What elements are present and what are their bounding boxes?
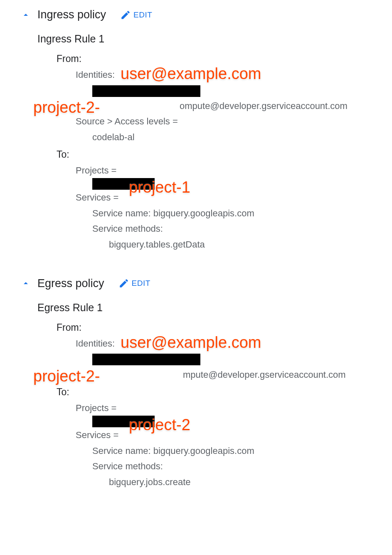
access-level-value: codelab-al — [37, 129, 375, 145]
to-label: To: — [37, 387, 375, 398]
services-label: Services = — [37, 190, 375, 205]
identities-label: Identities: — [76, 336, 115, 351]
ingress-rule-block: Ingress Rule 1 From: Identities: user@ex… — [17, 33, 375, 252]
pencil-icon — [120, 10, 131, 20]
identities-row: Identities: user@example.com — [37, 67, 375, 82]
edit-label: EDIT — [132, 279, 150, 288]
ingress-edit-button[interactable]: EDIT — [120, 10, 152, 20]
redacted-project-row: project-2 — [37, 416, 375, 427]
egress-edit-button[interactable]: EDIT — [118, 278, 150, 289]
services-label: Services = — [37, 427, 375, 443]
identities-row: Identities: user@example.com — [37, 336, 375, 351]
sa-suffix: mpute@developer.gserviceaccount.com — [183, 367, 346, 382]
source-access-label: Source > Access levels = — [37, 114, 375, 129]
service-name-row: Service name: bigquery.googleapis.com — [37, 443, 375, 458]
service-name-row: Service name: bigquery.googleapis.com — [37, 206, 375, 221]
redacted-identity-1 — [37, 82, 375, 98]
service-account-line: project-2- ompute@developer.gserviceacco… — [37, 98, 375, 114]
chevron-up-icon[interactable] — [21, 278, 31, 288]
identities-label: Identities: — [76, 67, 115, 82]
egress-rule-block: Egress Rule 1 From: Identities: user@exa… — [17, 302, 375, 490]
redacted-project-row: project-1 — [37, 178, 375, 190]
service-account-line: project-2- mpute@developer.gserviceaccou… — [37, 367, 375, 382]
egress-rule-title: Egress Rule 1 — [37, 302, 375, 314]
annotation-project2dash: project-2- — [33, 363, 100, 390]
service-method-value: bigquery.jobs.create — [37, 474, 375, 490]
projects-label: Projects = — [37, 400, 375, 416]
egress-policy-header[interactable]: Egress policy EDIT — [17, 277, 375, 290]
sa-suffix: ompute@developer.gserviceaccount.com — [180, 98, 348, 114]
from-label: From: — [37, 53, 375, 64]
egress-policy-title: Egress policy — [37, 277, 104, 290]
ingress-policy-header[interactable]: Ingress policy EDIT — [17, 8, 375, 21]
edit-label: EDIT — [133, 10, 152, 20]
service-method-value: bigquery.tables.getData — [37, 237, 375, 252]
chevron-up-icon[interactable] — [21, 10, 31, 20]
redacted-identity-2 — [37, 351, 375, 367]
ingress-rule-title: Ingress Rule 1 — [37, 33, 375, 45]
from-label: From: — [37, 322, 375, 333]
ingress-policy-title: Ingress policy — [37, 8, 106, 21]
to-label: To: — [37, 149, 375, 160]
projects-label: Projects = — [37, 163, 375, 178]
pencil-icon — [118, 278, 129, 289]
service-methods-label: Service methods: — [37, 458, 375, 474]
service-methods-label: Service methods: — [37, 221, 375, 236]
